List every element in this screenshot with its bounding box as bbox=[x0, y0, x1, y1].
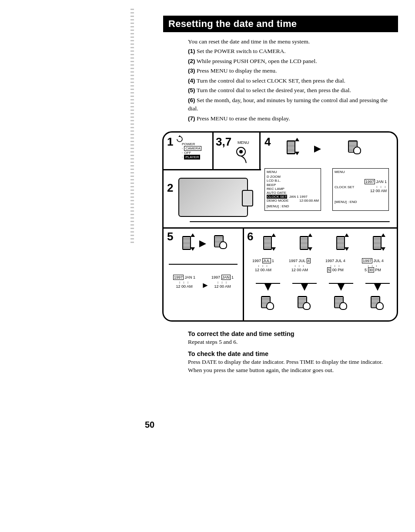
date-time-block: 1997 JUL 4 ↕ ↕ ↕ 5 00 PM bbox=[325, 259, 345, 273]
step-text: Set the POWER switch to CAMERA. bbox=[197, 48, 286, 54]
power-label: POWER bbox=[182, 142, 195, 146]
arrow-down-icon bbox=[374, 284, 381, 291]
screen-footer: [MENU] : END bbox=[335, 200, 387, 204]
date-time-block: 1997 JUL 4 ↕ ↕ ↕ 12 00 AM bbox=[289, 259, 311, 273]
dial-down-icon bbox=[285, 138, 298, 155]
step-num: (6) bbox=[188, 97, 195, 103]
manual-page: Resetting the date and time You can rese… bbox=[0, 0, 415, 532]
minute-box: 30 bbox=[368, 267, 374, 273]
month: JUL bbox=[374, 259, 381, 263]
step-num: (1) bbox=[188, 48, 195, 54]
time: 12 00 AM bbox=[335, 189, 387, 194]
year-box: 1997 bbox=[362, 258, 372, 263]
procedure-diagram: 1 POWER · CAMERA · OFF · PLAYER 3,7 MENU… bbox=[162, 131, 398, 322]
year: 1997 bbox=[289, 259, 298, 263]
section-check: To check the date and time Press DATE to… bbox=[188, 350, 397, 375]
step-text: Turn the control dial to select CLOCK SE… bbox=[197, 77, 345, 84]
power-player: PLAYER bbox=[184, 155, 200, 160]
day: 1 bbox=[272, 259, 274, 263]
step-num: (4) bbox=[188, 77, 195, 84]
arrow-down-icon bbox=[301, 284, 308, 291]
menu-item: D ZOOM bbox=[267, 175, 319, 179]
month: JAN bbox=[185, 275, 192, 279]
power-camera: CAMERA bbox=[184, 146, 201, 151]
date-readout: JAN 1 1997 bbox=[289, 195, 308, 199]
step-num: (5) bbox=[188, 87, 195, 93]
arrow-right-icon bbox=[203, 283, 208, 288]
divider bbox=[212, 133, 214, 169]
divider bbox=[164, 169, 261, 170]
menu-item: AUTO DATE bbox=[267, 191, 319, 195]
day: 1 bbox=[385, 180, 387, 184]
year: 1997 bbox=[252, 259, 261, 263]
arrow-right-icon bbox=[314, 146, 321, 153]
rule bbox=[365, 283, 390, 284]
section-correct: To correct the date and time setting Rep… bbox=[188, 330, 397, 346]
arrow-right-icon bbox=[199, 240, 206, 247]
menu-label: MENU bbox=[238, 140, 249, 145]
date-time-block: 1997 JAN 1 ↕ ↕ ↕ 12 00 AM bbox=[211, 275, 234, 289]
divider bbox=[164, 227, 397, 229]
date-time-block: 1997 JUL 4 ↕ ↕ ↕ 5 30 PM bbox=[362, 259, 384, 273]
rule bbox=[256, 283, 280, 284]
press-dial-icon bbox=[260, 295, 273, 309]
intro-text: You can reset the date and time in the m… bbox=[188, 38, 392, 45]
time: 12 00 AM bbox=[252, 268, 274, 273]
menu-item: LCD B.L. bbox=[267, 179, 319, 183]
time: 12 00 AM bbox=[211, 284, 234, 289]
menu-item-selected: CLOCK SET bbox=[267, 195, 287, 199]
step-text: While pressing PUSH OPEN, open the LCD p… bbox=[197, 58, 317, 64]
section-body: Press DATE to display the date indicator… bbox=[188, 358, 397, 375]
day-box: 4 bbox=[307, 258, 311, 263]
month: JAN bbox=[376, 180, 383, 184]
panel-37-label: 3,7 bbox=[216, 135, 231, 149]
press-dial-icon bbox=[347, 140, 360, 153]
page-number: 50 bbox=[145, 420, 154, 430]
press-dial-icon bbox=[333, 295, 346, 309]
time-readout: 12:00:00 AM bbox=[299, 199, 319, 203]
power-off: OFF bbox=[184, 151, 191, 155]
menu-screen: MENU CLOCK SET 1997 JAN 1 ↕ ↕ ↕ 12 00 AM… bbox=[332, 168, 389, 211]
month: JUL bbox=[335, 259, 342, 263]
section-heading: To check the date and time bbox=[188, 350, 397, 357]
press-dial-icon bbox=[297, 295, 310, 309]
step-num: (2) bbox=[188, 58, 195, 64]
step-num: (3) bbox=[188, 67, 195, 74]
press-dial-icon bbox=[370, 295, 383, 309]
step-num: (7) bbox=[188, 115, 195, 122]
step-text: Press MENU to display the menu. bbox=[197, 67, 277, 74]
screen-header: MENU bbox=[335, 170, 387, 174]
dial-icon bbox=[262, 233, 274, 251]
dial-icon bbox=[335, 233, 347, 251]
divider bbox=[243, 227, 244, 322]
panel-1-label: 1 bbox=[167, 135, 173, 149]
month-box: JAN bbox=[221, 275, 231, 280]
date-time-block: 1997 JUL 1 ↕ ↕ ↕ 12 00 AM bbox=[252, 259, 274, 273]
rule bbox=[292, 283, 317, 284]
arrow-down-icon bbox=[338, 284, 345, 291]
rule bbox=[169, 264, 238, 265]
panel-6-label: 6 bbox=[247, 230, 253, 243]
svg-point-1 bbox=[239, 150, 243, 153]
day: 1 bbox=[193, 275, 195, 279]
date-time-block: 1997 JAN 1 ↕ ↕ ↕ 12 00 AM bbox=[173, 275, 195, 289]
dial-down-icon bbox=[181, 233, 193, 251]
panel-5-label: 5 bbox=[167, 230, 173, 243]
screen-footer: [MENU] : END bbox=[267, 204, 319, 208]
screen-header: MENU bbox=[267, 170, 319, 174]
press-finger-icon bbox=[233, 146, 251, 165]
section-heading: To correct the date and time setting bbox=[188, 330, 397, 337]
dial-icon bbox=[298, 233, 311, 251]
year-box: 1997 bbox=[173, 275, 184, 280]
step-text: Press MENU to erase the menu display. bbox=[197, 115, 290, 122]
hour-box: 5 bbox=[327, 267, 331, 273]
section-title: Resetting the date and time bbox=[163, 16, 398, 32]
month-box: JUL bbox=[262, 258, 271, 263]
arrow-down-icon bbox=[264, 284, 271, 291]
menu-item: BEEP bbox=[267, 183, 319, 187]
day: 4 bbox=[382, 259, 384, 263]
year-box: 1997 bbox=[365, 179, 375, 184]
camcorder-illustration bbox=[178, 178, 248, 217]
spiral-binding bbox=[131, 9, 134, 243]
panel-4-label: 4 bbox=[264, 135, 271, 149]
